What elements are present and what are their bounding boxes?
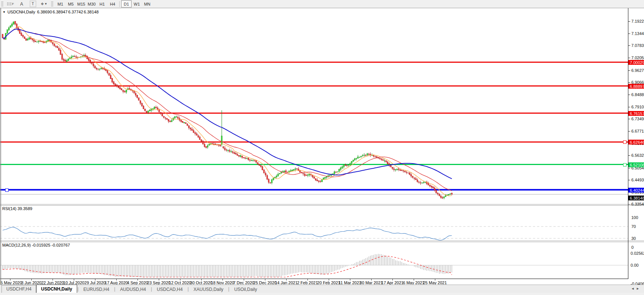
symbol-dropdown-marker[interactable]: ▼ — [3, 10, 6, 14]
symbol-name: USDCNH,Daily — [7, 10, 35, 14]
chart-window: ▼ USDCNH,Daily 6.38690 6.38947 6.37742 6… — [0, 8, 644, 295]
price-tick-label: 7.19220 — [631, 19, 644, 23]
window-left-edge — [0, 8, 0, 285]
line-handle[interactable] — [623, 163, 626, 166]
macd-axis-label: 0.00 — [631, 263, 638, 267]
timeframe-separator — [119, 1, 120, 7]
price-tick-label: 6.44930 — [631, 178, 644, 182]
line-handle[interactable] — [623, 140, 626, 144]
arrows-tool-button[interactable]: ❖ ▼ — [39, 0, 49, 7]
price-tick-mark — [628, 119, 630, 119]
price-line-label: 6.38148 — [628, 196, 644, 200]
price-line-label: 6.76157 — [628, 111, 644, 116]
toolbar-grip-2[interactable] — [51, 1, 53, 7]
price-line-label: 6.52108 — [628, 162, 644, 167]
price-tick-mark — [628, 131, 630, 131]
price-line-label: 6.40244 — [628, 188, 644, 193]
chart-tab-usoil[interactable]: USOil,Daily — [230, 286, 261, 293]
chart-tab-usdcnh[interactable]: USDCNH,Daily — [36, 285, 77, 293]
ohlc-high: 6.38947 — [53, 10, 67, 14]
price-tick-label: 7.13440 — [631, 31, 644, 36]
date-axis-border — [0, 279, 628, 279]
rsi-axis-label: 30 — [631, 236, 636, 241]
top-toolbar: F A T ❖ ▼ M1M5M15M30H1H4D1W1MN — [0, 0, 644, 8]
macd-axis-label: 0.025623 — [631, 251, 644, 256]
price-tick-mark — [628, 34, 630, 34]
price-tick-mark — [628, 204, 630, 204]
price-tick-label: 6.33540 — [631, 202, 644, 206]
mt4-window: F A T ❖ ▼ M1M5M15M30H1H4D1W1MN ▼ USDCNH,… — [0, 0, 644, 295]
ohlc-open: 6.38690 — [37, 10, 52, 14]
timeframe-button-D1[interactable]: D1 — [121, 0, 132, 7]
chart-tab-audusd[interactable]: AUDUSD,H4 — [116, 286, 150, 293]
text-tool-button[interactable]: A — [16, 0, 27, 7]
price-tick-mark — [628, 168, 630, 168]
rsi-axis-label: 70 — [631, 224, 636, 229]
price-tick-mark — [628, 58, 630, 58]
ohlc-close: 6.38148 — [84, 10, 99, 14]
price-tick-mark — [628, 180, 630, 180]
chart-tab-xauusd[interactable]: XAUUSD,Daily — [189, 286, 228, 293]
price-tick-mark — [628, 45, 630, 46]
rsi-axis-label: 0 — [631, 245, 634, 250]
timeframe-button-M1[interactable]: M1 — [55, 0, 66, 7]
timeframe-button-M5[interactable]: M5 — [66, 0, 76, 7]
price-tick-label: 6.56320 — [631, 153, 644, 158]
chart-tab-usdchf[interactable]: USDCHF,H4 — [1, 285, 36, 293]
tab-scroll-arrows[interactable]: ◂▸ — [632, 286, 642, 291]
chart-tab-bar: USDCHF,H4USDCNH,Daily|EURUSD,H4|AUDUSD,H… — [0, 285, 644, 293]
price-tick-mark — [628, 107, 630, 107]
fibonacci-icon[interactable]: F — [5, 0, 16, 7]
timeframe-button-M30[interactable]: M30 — [86, 0, 97, 7]
timeframe-button-W1[interactable]: W1 — [132, 0, 142, 7]
macd-panel[interactable] — [0, 242, 628, 279]
rsi-panel[interactable] — [0, 206, 628, 241]
price-tick-mark — [628, 21, 630, 22]
price-tick-mark — [628, 70, 630, 71]
label-tool-button[interactable]: T — [28, 0, 38, 7]
chart-tab-usdcad[interactable]: USDCAD,H4 — [152, 286, 187, 293]
price-tick-label: 6.67710 — [631, 129, 644, 133]
rsi-axis-label: 100 — [631, 215, 638, 220]
line-handle[interactable] — [5, 188, 9, 192]
timeframe-button-M15[interactable]: M15 — [76, 0, 86, 7]
price-tick-label: 6.96270 — [631, 68, 644, 73]
fibonacci-f-label: F — [12, 2, 14, 6]
chart-tab-eurusd[interactable]: EURUSD,H4 — [79, 286, 114, 293]
window-left-edge-2 — [1, 8, 1, 285]
price-line-label: 7.00029 — [628, 60, 644, 65]
price-tick-mark — [628, 82, 630, 83]
timeframe-bar: M1M5M15M30H1H4D1W1MN — [55, 0, 152, 7]
price-line-label: 6.88897 — [628, 84, 644, 89]
price-tick-label: 7.02050 — [631, 55, 644, 60]
rsi-label: RSI(14) 39.3589 — [2, 206, 32, 211]
price-tick-mark — [628, 155, 630, 156]
label-tool-icon: T — [30, 1, 36, 7]
price-tick-label: 6.79100 — [631, 105, 644, 109]
chevron-down-icon: ▼ — [44, 2, 47, 6]
chart-title: ▼ USDCNH,Daily 6.38690 6.38947 6.37742 6… — [3, 10, 99, 14]
price-tick-label: 6.84880 — [631, 92, 644, 97]
ohlc-low: 6.37742 — [68, 10, 83, 14]
arrows-icon: ❖ — [41, 2, 44, 6]
toolbar-grip[interactable] — [1, 1, 3, 7]
price-tick-label: 7.07830 — [631, 43, 644, 48]
timeframe-button-MN[interactable]: MN — [142, 0, 152, 7]
main-chart-area[interactable] — [0, 8, 628, 204]
price-line-label: 6.62646 — [628, 140, 644, 145]
bottom-strip — [0, 293, 644, 295]
price-tick-mark — [628, 95, 630, 95]
price-tick-label: 6.73490 — [631, 117, 644, 121]
macd-label: MACD(12,26,9) -0.015925 -0.020767 — [2, 243, 70, 247]
timeframe-button-H4[interactable]: H4 — [107, 0, 118, 7]
timeframe-button-H1[interactable]: H1 — [97, 0, 107, 7]
fibonacci-glyph — [7, 3, 12, 5]
